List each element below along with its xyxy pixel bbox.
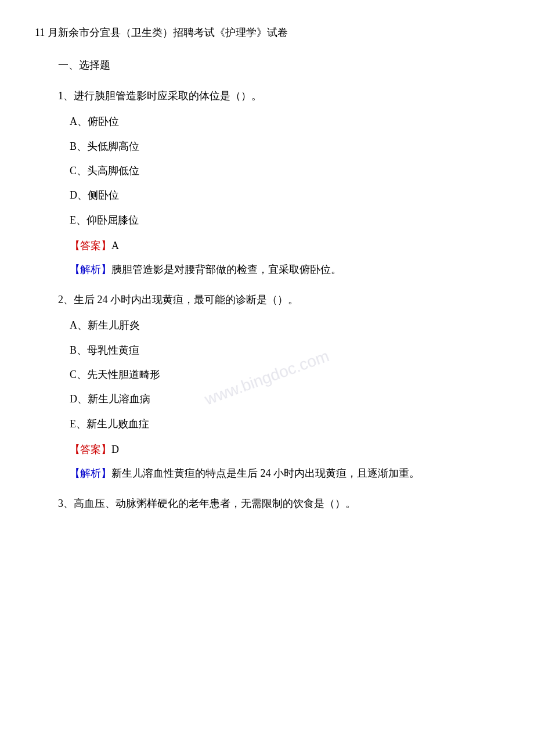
- question-1-option-c: C、头高脚低位: [70, 161, 499, 180]
- question-1-option-a: A、俯卧位: [70, 112, 499, 131]
- section-title: 一、选择题: [58, 56, 499, 74]
- question-1-text: 1、进行胰胆管造影时应采取的体位是（）。: [58, 87, 499, 105]
- question-1-option-d: D、侧卧位: [70, 186, 499, 204]
- question-2-analysis-label: 【解析】: [70, 467, 111, 479]
- question-2-option-a: A、新生儿肝炎: [70, 316, 499, 334]
- question-1-analysis-text: 胰胆管造影是对腰背部做的检查，宜采取俯卧位。: [111, 264, 341, 275]
- question-1-analysis: 【解析】胰胆管造影是对腰背部做的检查，宜采取俯卧位。: [70, 260, 499, 279]
- question-2: 2、生后 24 小时内出现黄疸，最可能的诊断是（）。 A、新生儿肝炎 B、母乳性…: [35, 290, 499, 483]
- question-2-answer: 【答案】D: [70, 440, 499, 459]
- question-2-option-c: C、先天性胆道畸形: [70, 365, 499, 384]
- question-1-answer: 【答案】A: [70, 236, 499, 255]
- question-2-option-b: B、母乳性黄疸: [70, 341, 499, 359]
- question-2-text: 2、生后 24 小时内出现黄疸，最可能的诊断是（）。: [58, 290, 499, 309]
- question-3-text: 3、高血压、动脉粥样硬化的老年患者，无需限制的饮食是（）。: [58, 494, 499, 513]
- page-title: 11 月新余市分宜县（卫生类）招聘考试《护理学》试卷: [35, 23, 499, 42]
- question-2-answer-value: D: [111, 444, 119, 455]
- question-3: 3、高血压、动脉粥样硬化的老年患者，无需限制的饮食是（）。: [35, 494, 499, 513]
- question-2-analysis: 【解析】新生儿溶血性黄疸的特点是生后 24 小时内出现黄疸，且逐渐加重。: [70, 464, 499, 483]
- question-2-answer-label: 【答案】: [70, 444, 111, 455]
- question-1: 1、进行胰胆管造影时应采取的体位是（）。 A、俯卧位 B、头低脚高位 C、头高脚…: [35, 87, 499, 279]
- question-1-answer-label: 【答案】: [70, 240, 111, 251]
- question-2-option-d: D、新生儿溶血病: [70, 390, 499, 408]
- question-1-answer-value: A: [111, 240, 119, 251]
- question-1-option-b: B、头低脚高位: [70, 137, 499, 156]
- question-1-analysis-label: 【解析】: [70, 264, 111, 275]
- question-1-option-e: E、仰卧屈膝位: [70, 211, 499, 229]
- question-2-analysis-text: 新生儿溶血性黄疸的特点是生后 24 小时内出现黄疸，且逐渐加重。: [111, 467, 420, 479]
- question-2-option-e: E、新生儿败血症: [70, 415, 499, 433]
